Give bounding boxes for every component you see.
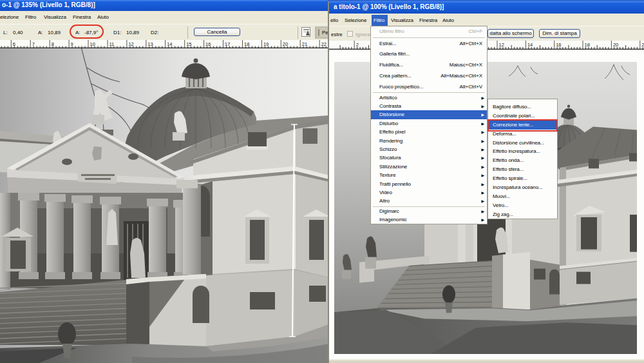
svg-text:16: 16 bbox=[556, 42, 561, 48]
svg-text:9: 9 bbox=[71, 41, 73, 47]
svg-text:8: 8 bbox=[52, 41, 54, 47]
svg-text:15: 15 bbox=[186, 41, 191, 47]
svg-text:14: 14 bbox=[167, 41, 172, 47]
svg-text:20: 20 bbox=[283, 41, 288, 47]
svg-text:12: 12 bbox=[128, 41, 133, 47]
svg-text:21: 21 bbox=[302, 41, 307, 47]
svg-text:14: 14 bbox=[527, 42, 533, 48]
svg-text:2: 2 bbox=[356, 42, 359, 48]
svg-text:18: 18 bbox=[585, 42, 590, 48]
svg-text:17: 17 bbox=[225, 41, 230, 47]
svg-text:12: 12 bbox=[499, 42, 504, 48]
svg-text:7: 7 bbox=[32, 41, 35, 47]
svg-text:6: 6 bbox=[13, 41, 15, 47]
svg-text:18: 18 bbox=[244, 41, 249, 47]
svg-text:22: 22 bbox=[321, 41, 327, 47]
svg-text:11: 11 bbox=[109, 41, 115, 47]
svg-text:19: 19 bbox=[263, 41, 269, 47]
svg-text:22: 22 bbox=[641, 42, 644, 48]
svg-text:20: 20 bbox=[613, 42, 618, 48]
svg-text:16: 16 bbox=[205, 41, 211, 47]
svg-text:13: 13 bbox=[147, 41, 153, 47]
svg-text:10: 10 bbox=[90, 41, 95, 47]
